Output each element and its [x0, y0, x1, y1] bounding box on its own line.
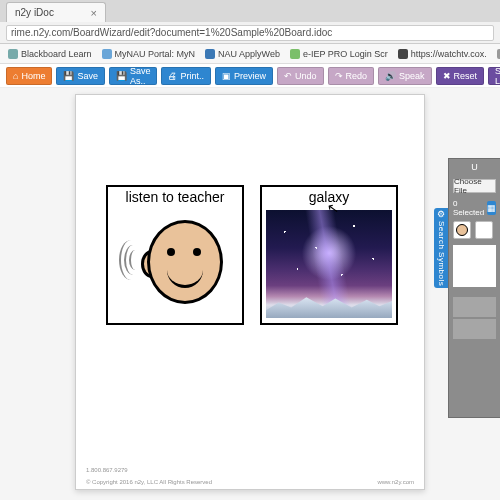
select-action-button[interactable]: ▦	[487, 201, 496, 215]
reset-button[interactable]: ✖Reset	[436, 67, 485, 85]
button-label: Save	[77, 71, 98, 81]
button-label: Print..	[180, 71, 204, 81]
save-icon: 💾	[116, 71, 127, 81]
bookmark-icon	[290, 49, 300, 59]
site-text: www.n2y.com	[377, 479, 414, 485]
preview-button[interactable]: ▣Preview	[215, 67, 273, 85]
mouse-cursor-icon: ↖	[326, 199, 341, 217]
undo-button[interactable]: ↶Undo	[277, 67, 324, 85]
bookmark-item[interactable]: MyNAU Portal: MyN	[102, 49, 196, 59]
browser-tab[interactable]: n2y iDoc ×	[6, 2, 106, 22]
redo-button[interactable]: ↷Redo	[328, 67, 375, 85]
save-icon: 💾	[63, 71, 74, 81]
print-button[interactable]: 🖨Print..	[161, 67, 211, 85]
bookmark-icon	[205, 49, 215, 59]
bookmark-item[interactable]: e-IEP PRO Login Scr	[290, 49, 388, 59]
tab-title: n2y iDoc	[15, 7, 54, 18]
bookmarks-bar: Blackboard Learn MyNAU Portal: MyN NAU A…	[0, 44, 500, 64]
page-footer: © Copyright 2016 n2y, LLC All Rights Res…	[76, 479, 424, 485]
browser-tab-strip: n2y iDoc ×	[0, 0, 500, 22]
speak-button[interactable]: 🔊Speak	[378, 67, 432, 85]
page-phone: 1.800.867.9279	[86, 467, 128, 473]
panel-slot	[453, 297, 496, 317]
galaxy-image	[266, 210, 392, 318]
button-label: Reset	[454, 71, 478, 81]
cell-image	[262, 205, 396, 323]
home-button[interactable]: ⌂Home	[6, 67, 52, 85]
bookmark-item[interactable]: NAU ApplyWeb	[205, 49, 280, 59]
bookmark-label: NAU ApplyWeb	[218, 49, 280, 59]
drop-area[interactable]	[453, 245, 496, 287]
button-label: Save As..	[130, 66, 151, 86]
bookmark-label: e-IEP PRO Login Scr	[303, 49, 388, 59]
speech-language-button[interactable]: Speech Language ▾	[488, 67, 500, 85]
bookmark-label: https://watchtv.cox.	[411, 49, 487, 59]
bookmark-icon	[102, 49, 112, 59]
cell-label: listen to teacher	[126, 189, 225, 205]
redo-icon: ↷	[335, 71, 343, 81]
cell-symbol	[108, 205, 242, 323]
search-symbols-tab[interactable]: ⚙ Search Symbols	[434, 208, 448, 288]
print-icon: 🖨	[168, 71, 177, 81]
workspace: listen to teacher galaxy	[0, 88, 500, 500]
bookmark-item[interactable]: Blackboard Learn	[8, 49, 92, 59]
button-label: Home	[21, 71, 45, 81]
url-text: rime.n2y.com/BoardWizard/edit?document=1…	[11, 27, 332, 38]
close-icon[interactable]: ×	[91, 7, 97, 19]
panel-slot	[453, 319, 496, 339]
bookmark-icon	[8, 49, 18, 59]
app-toolbar: ⌂Home 💾Save 💾Save As.. 🖨Print.. ▣Preview…	[0, 64, 500, 88]
symbol-thumb[interactable]	[475, 221, 493, 239]
button-label: Redo	[346, 71, 368, 81]
save-button[interactable]: 💾Save	[56, 67, 105, 85]
undo-icon: ↶	[284, 71, 292, 81]
side-panel-area: ⚙ Search Symbols U Choose File 0 Selecte…	[438, 158, 500, 418]
button-label: Choose File	[454, 177, 495, 195]
listen-icon	[456, 224, 468, 236]
symbol-thumb[interactable]	[453, 221, 471, 239]
speak-icon: 🔊	[385, 71, 396, 81]
symbol-thumbs	[453, 221, 496, 239]
copyright-text: © Copyright 2016 n2y, LLC All Rights Res…	[86, 479, 212, 485]
document-page[interactable]: listen to teacher galaxy	[75, 94, 425, 490]
button-label: Speech Language	[495, 66, 500, 86]
preview-icon: ▣	[222, 71, 231, 81]
listen-symbol	[125, 214, 225, 314]
browser-omnibar: rime.n2y.com/BoardWizard/edit?document=1…	[0, 22, 500, 44]
home-icon: ⌂	[13, 71, 18, 81]
bookmark-label: MyNAU Portal: MyN	[115, 49, 196, 59]
board-grid: listen to teacher galaxy	[106, 185, 398, 325]
bookmark-label: Blackboard Learn	[21, 49, 92, 59]
reset-icon: ✖	[443, 71, 451, 81]
url-field[interactable]: rime.n2y.com/BoardWizard/edit?document=1…	[6, 25, 494, 41]
save-as-button[interactable]: 💾Save As..	[109, 67, 158, 85]
bookmark-item[interactable]: https://watchtv.cox.	[398, 49, 487, 59]
choose-file-button[interactable]: Choose File	[453, 179, 496, 193]
side-tab-label: Search Symbols	[437, 221, 446, 286]
button-label: Preview	[234, 71, 266, 81]
gear-icon: ⚙	[437, 209, 446, 219]
upload-panel: U Choose File 0 Selected ▦	[448, 158, 500, 418]
selected-count: 0 Selected	[453, 199, 484, 217]
board-cell-listen[interactable]: listen to teacher	[106, 185, 244, 325]
button-label: Undo	[295, 71, 317, 81]
canvas-area: listen to teacher galaxy	[0, 88, 500, 500]
panel-header: U	[449, 159, 500, 175]
button-label: Speak	[399, 71, 425, 81]
bookmark-icon	[398, 49, 408, 59]
